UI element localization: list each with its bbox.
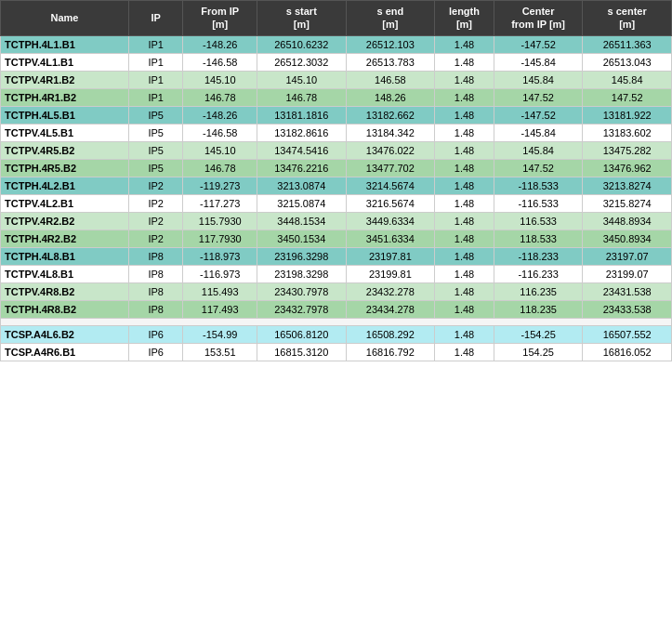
cell-name: TCTPH.4L5.B1: [1, 106, 129, 124]
cell-centerfromip: -116.233: [494, 265, 583, 282]
table-row: TCTPH.4L5.B1IP5-148.2613181.181613182.66…: [1, 106, 672, 124]
cell-sstart: 26510.6232: [257, 35, 347, 53]
cell-fromip: 146.78: [183, 88, 257, 106]
cell-scenter: 13476.962: [583, 159, 672, 177]
cell-centerfromip: -147.52: [494, 106, 583, 124]
cell-fromip: 117.7930: [183, 230, 257, 247]
cell-centerfromip: -116.533: [494, 194, 583, 212]
cell-length: 1.48: [435, 141, 494, 159]
cell-scenter: 13181.922: [583, 106, 672, 124]
cell-scenter: 16816.052: [583, 343, 672, 361]
table-row: TCTPV.4R8.B2IP8115.49323430.797823432.27…: [1, 282, 672, 300]
cell-sstart: 3450.1534: [257, 230, 347, 247]
cell-length: 1.48: [435, 35, 494, 53]
cell-centerfromip: 145.84: [494, 141, 583, 159]
cell-length: 1.48: [435, 230, 494, 247]
cell-scenter: 3450.8934: [583, 230, 672, 247]
table-row: TCTPV.4R5.B2IP5145.1013474.541613476.022…: [1, 141, 672, 159]
table-row: TCTPH.4R2.B2IP2117.79303450.15343451.633…: [1, 230, 672, 247]
cell-name: TCSP.A4L6.B2: [1, 325, 129, 343]
cell-ip: IP6: [129, 325, 183, 343]
cell-centerfromip: -145.84: [494, 53, 583, 71]
cell-send: 13182.662: [346, 106, 435, 124]
cell-fromip: -148.26: [183, 35, 257, 53]
cell-centerfromip: -145.84: [494, 124, 583, 141]
cell-fromip: 153.51: [183, 343, 257, 361]
cell-sstart: 145.10: [257, 71, 347, 88]
cell-scenter: 23433.538: [583, 300, 672, 318]
cell-send: 26512.103: [346, 35, 435, 53]
cell-fromip: 115.493: [183, 282, 257, 300]
cell-centerfromip: 147.52: [494, 88, 583, 106]
cell-centerfromip: 116.235: [494, 282, 583, 300]
cell-name: TCTPV.4L5.B1: [1, 124, 129, 141]
cell-sstart: 26512.3032: [257, 53, 347, 71]
cell-sstart: 13181.1816: [257, 106, 347, 124]
cell-length: 1.48: [435, 71, 494, 88]
cell-scenter: 16507.552: [583, 325, 672, 343]
header-send: s end[m]: [346, 1, 435, 36]
cell-sstart: 16815.3120: [257, 343, 347, 361]
cell-ip: IP5: [129, 124, 183, 141]
cell-name: TCTPV.4L8.B1: [1, 265, 129, 282]
cell-send: 3216.5674: [346, 194, 435, 212]
cell-sstart: 16506.8120: [257, 325, 347, 343]
cell-length: 1.48: [435, 325, 494, 343]
table-row: [1, 318, 672, 325]
cell-send: 13477.702: [346, 159, 435, 177]
cell-fromip: -116.973: [183, 265, 257, 282]
cell-send: 13184.342: [346, 124, 435, 141]
cell-name: TCTPH.4R8.B2: [1, 300, 129, 318]
header-length: length[m]: [435, 1, 494, 36]
table-row: TCTPV.4L1.B1IP1-146.5826512.303226513.78…: [1, 53, 672, 71]
cell-sstart: 146.78: [257, 88, 347, 106]
cell-ip: IP2: [129, 212, 183, 230]
cell-ip: IP8: [129, 300, 183, 318]
cell-send: 16816.792: [346, 343, 435, 361]
cell-fromip: -148.26: [183, 106, 257, 124]
cell-centerfromip: 147.52: [494, 159, 583, 177]
cell-length: 1.48: [435, 247, 494, 265]
cell-scenter: 3448.8934: [583, 212, 672, 230]
cell-name: TCSP.A4R6.B1: [1, 343, 129, 361]
cell-ip: IP2: [129, 177, 183, 194]
header-centerfromip: Centerfrom IP [m]: [494, 1, 583, 36]
cell-scenter: 23197.07: [583, 247, 672, 265]
cell-name: TCTPH.4R2.B2: [1, 230, 129, 247]
cell-name: TCTPV.4R2.B2: [1, 212, 129, 230]
cell-name: TCTPH.4L1.B1: [1, 35, 129, 53]
table-row: TCTPV.4L5.B1IP5-146.5813182.861613184.34…: [1, 124, 672, 141]
cell-ip: IP1: [129, 35, 183, 53]
cell-send: 23432.278: [346, 282, 435, 300]
cell-ip: IP8: [129, 265, 183, 282]
cell-send: 3449.6334: [346, 212, 435, 230]
cell-name: TCTPV.4L2.B1: [1, 194, 129, 212]
cell-centerfromip: -118.533: [494, 177, 583, 194]
table-row: TCTPV.4L2.B1IP2-117.2733215.08743216.567…: [1, 194, 672, 212]
cell-scenter: 26511.363: [583, 35, 672, 53]
table-row: TCTPV.4R1.B2IP1145.10145.10146.581.48145…: [1, 71, 672, 88]
cell-send: 16508.292: [346, 325, 435, 343]
cell-centerfromip: -154.25: [494, 325, 583, 343]
table-row: TCTPH.4L1.B1IP1-148.2626510.623226512.10…: [1, 35, 672, 53]
cell-name: TCTPV.4R1.B2: [1, 71, 129, 88]
cell-send: 23434.278: [346, 300, 435, 318]
cell-sstart: 23198.3298: [257, 265, 347, 282]
cell-sstart: 13476.2216: [257, 159, 347, 177]
table-row: TCTPH.4L8.B1IP8-118.97323196.329823197.8…: [1, 247, 672, 265]
cell-scenter: 13475.282: [583, 141, 672, 159]
cell-scenter: 26513.043: [583, 53, 672, 71]
cell-ip: IP5: [129, 141, 183, 159]
cell-scenter: 3215.8274: [583, 194, 672, 212]
cell-send: 23197.81: [346, 247, 435, 265]
cell-scenter: 23431.538: [583, 282, 672, 300]
cell-name: TCTPV.4L1.B1: [1, 53, 129, 71]
cell-scenter: 3213.8274: [583, 177, 672, 194]
cell-name: TCTPH.4L2.B1: [1, 177, 129, 194]
cell-fromip: 145.10: [183, 71, 257, 88]
cell-fromip: 117.493: [183, 300, 257, 318]
cell-sstart: 13182.8616: [257, 124, 347, 141]
header-scenter: s center[m]: [583, 1, 672, 36]
cell-sstart: 13474.5416: [257, 141, 347, 159]
cell-name: TCTPV.4R8.B2: [1, 282, 129, 300]
